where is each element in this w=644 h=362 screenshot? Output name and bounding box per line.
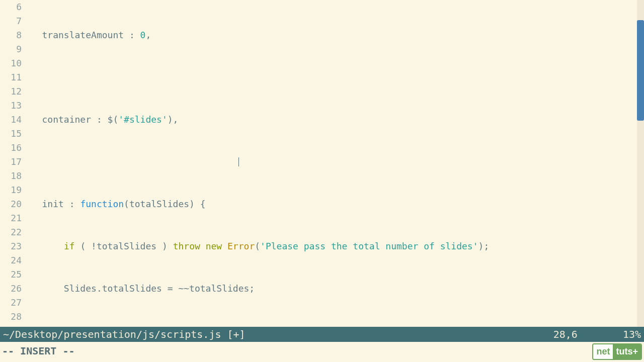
- code-content[interactable]: translateAmount : 0, container : $('#sli…: [25, 0, 644, 327]
- line-number: 27: [0, 296, 22, 310]
- code-line[interactable]: translateAmount : 0,: [25, 28, 644, 42]
- line-number: 9: [0, 42, 22, 56]
- line-number: 26: [0, 282, 22, 296]
- line-number: 19: [0, 183, 22, 197]
- scrollbar-thumb[interactable]: [637, 20, 644, 121]
- line-number: 13: [0, 99, 22, 113]
- line-number: 16: [0, 141, 22, 155]
- line-number: 12: [0, 84, 22, 99]
- cursor-position: 28,6: [553, 327, 578, 342]
- code-line[interactable]: Slides.totalSlides = ~~totalSlides;: [25, 282, 644, 296]
- line-number: 14: [0, 113, 22, 127]
- scroll-percent: 13%: [623, 327, 641, 342]
- line-number: 8: [0, 28, 22, 42]
- line-number-gutter: 6 7 8 9 10 11 12 13 14 15 16 17 18 19 20…: [0, 0, 25, 327]
- line-number: 11: [0, 70, 22, 84]
- line-number: 21: [0, 211, 22, 225]
- file-path: ~/Desktop/presentation/js/scripts.js [+]: [3, 327, 553, 342]
- line-number: 22: [0, 225, 22, 239]
- editor-window: 6 7 8 9 10 11 12 13 14 15 16 17 18 19 20…: [0, 0, 644, 362]
- line-number: 10: [0, 56, 22, 70]
- line-number: 23: [0, 239, 22, 253]
- watermark-logo: net tuts+: [592, 343, 642, 360]
- line-number: 28: [0, 310, 22, 324]
- line-number: 25: [0, 267, 22, 282]
- code-line[interactable]: if ( !totalSlides ) throw new Error('Ple…: [25, 239, 644, 253]
- code-area[interactable]: 6 7 8 9 10 11 12 13 14 15 16 17 18 19 20…: [0, 0, 644, 327]
- line-number: 17: [0, 155, 22, 169]
- line-number: 18: [0, 169, 22, 183]
- line-number: 6: [0, 0, 22, 14]
- code-line[interactable]: init : function(totalSlides) {: [25, 197, 644, 211]
- line-number: 7: [0, 14, 22, 28]
- line-number: 15: [0, 127, 22, 141]
- status-bar: ~/Desktop/presentation/js/scripts.js [+]…: [0, 327, 644, 342]
- code-line[interactable]: container : $('#slides'),: [25, 113, 644, 127]
- line-number: 24: [0, 253, 22, 267]
- line-number: 20: [0, 197, 22, 211]
- text-cursor: [238, 157, 239, 166]
- code-line[interactable]: [25, 70, 644, 84]
- code-line[interactable]: [25, 155, 644, 169]
- watermark-left: net: [593, 344, 613, 359]
- watermark-right: tuts+: [613, 344, 641, 359]
- vertical-scrollbar[interactable]: [637, 0, 644, 327]
- vim-mode-indicator: -- INSERT --: [0, 342, 644, 362]
